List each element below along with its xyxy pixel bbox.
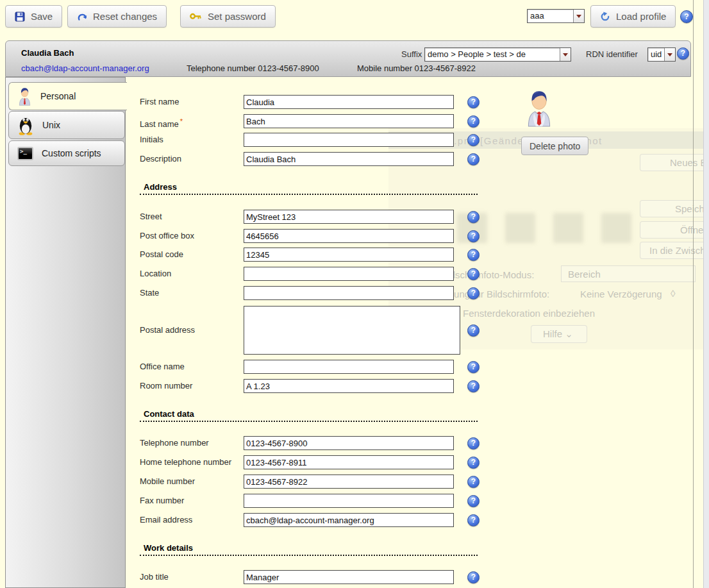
initials-label: Initials bbox=[140, 133, 163, 147]
chevron-down-icon bbox=[560, 48, 571, 61]
form-row: Office name ? bbox=[0, 360, 487, 374]
lam-account-edit-page: Save Reset changes Set password aaa Load… bbox=[0, 0, 709, 588]
form-row: Room number ? bbox=[0, 379, 487, 393]
scrollbar[interactable] bbox=[703, 0, 709, 588]
description-label: Description bbox=[140, 152, 181, 166]
form-row: State ? bbox=[0, 286, 487, 300]
help-icon[interactable]: ? bbox=[467, 153, 480, 165]
delete-photo-button[interactable]: Delete photo bbox=[521, 137, 588, 155]
help-icon[interactable]: ? bbox=[467, 457, 480, 469]
help-icon[interactable]: ? bbox=[467, 287, 480, 299]
help-icon[interactable]: ? bbox=[680, 10, 693, 23]
home-telephone-number-label: Home telephone number bbox=[140, 455, 231, 469]
rdn-select-value: uid bbox=[648, 48, 664, 61]
ghost-button: Neues Bil bbox=[640, 154, 709, 171]
office-name-input[interactable] bbox=[244, 360, 454, 374]
form-row: Email address ? bbox=[0, 513, 487, 527]
help-icon[interactable]: ? bbox=[677, 47, 689, 60]
tab-custom-scripts[interactable]: >_ Custom scripts bbox=[8, 140, 125, 166]
account-name: Claudia Bach bbox=[21, 48, 74, 58]
delete-photo-label: Delete photo bbox=[530, 141, 580, 151]
floppy-disk-icon bbox=[15, 12, 25, 22]
form-row: Postal code ? bbox=[0, 248, 487, 262]
help-icon[interactable]: ? bbox=[467, 324, 480, 337]
form-row: Job title ? bbox=[0, 570, 487, 584]
chevron-down-icon bbox=[664, 48, 675, 61]
account-telephone: Telephone number 0123-4567-8900 bbox=[187, 63, 319, 73]
fax-number-label: Fax number bbox=[140, 494, 184, 508]
rdn-select[interactable]: uid bbox=[647, 47, 676, 62]
help-icon[interactable]: ? bbox=[467, 571, 480, 584]
state-input[interactable] bbox=[244, 286, 454, 300]
help-icon[interactable]: ? bbox=[467, 476, 480, 488]
window-edge-line bbox=[693, 0, 694, 588]
key-icon bbox=[190, 12, 202, 21]
ghost-button: In die Zwischen bbox=[640, 242, 709, 259]
street-input[interactable] bbox=[244, 210, 454, 224]
post-office-box-input[interactable] bbox=[244, 229, 454, 243]
ghost-mode-value: Bereich bbox=[561, 265, 696, 282]
user-photo bbox=[524, 88, 554, 130]
reset-changes-button[interactable]: Reset changes bbox=[67, 5, 167, 28]
help-icon[interactable]: ? bbox=[467, 268, 480, 280]
help-icon[interactable]: ? bbox=[467, 211, 480, 223]
profile-select-value: aaa bbox=[528, 10, 573, 22]
help-icon[interactable]: ? bbox=[467, 249, 480, 261]
required-asterisk: * bbox=[180, 117, 183, 125]
suffix-select[interactable]: demo > People > test > de bbox=[424, 47, 571, 62]
first-name-input[interactable] bbox=[244, 95, 454, 109]
reset-changes-button-label: Reset changes bbox=[93, 11, 157, 22]
help-icon[interactable]: ? bbox=[467, 495, 480, 507]
home-telephone-number-input[interactable] bbox=[244, 455, 454, 469]
tab-unix[interactable]: Unix bbox=[8, 111, 125, 139]
help-icon[interactable]: ? bbox=[467, 361, 480, 373]
room-number-label: Room number bbox=[140, 379, 192, 393]
help-icon[interactable]: ? bbox=[467, 115, 480, 128]
form-row: Postal address ? bbox=[0, 306, 487, 354]
reload-icon bbox=[600, 12, 610, 22]
load-profile-button[interactable]: Load profile bbox=[590, 5, 676, 28]
email-address-label: Email address bbox=[140, 513, 192, 527]
tux-penguin-icon bbox=[17, 115, 34, 135]
ghost-spinner-icon: ◊ bbox=[671, 288, 675, 299]
initials-input[interactable] bbox=[244, 133, 454, 147]
room-number-input[interactable] bbox=[244, 379, 454, 393]
mobile-number-input[interactable] bbox=[244, 475, 454, 489]
tab-custom-scripts-label: Custom scripts bbox=[42, 148, 101, 158]
location-label: Location bbox=[140, 267, 171, 281]
help-icon[interactable]: ? bbox=[467, 437, 480, 449]
postal-address-label: Postal address bbox=[140, 323, 195, 337]
postal-code-input[interactable] bbox=[244, 248, 454, 262]
help-icon[interactable]: ? bbox=[467, 230, 480, 242]
telephone-number-input[interactable] bbox=[244, 436, 454, 450]
help-icon[interactable]: ? bbox=[467, 514, 480, 526]
suffix-label: Suffix bbox=[401, 49, 422, 59]
postal-address-textarea[interactable] bbox=[244, 306, 460, 355]
help-icon[interactable]: ? bbox=[467, 134, 480, 146]
set-password-button[interactable]: Set password bbox=[180, 5, 276, 28]
account-mobile: Mobile number 0123-4567-8922 bbox=[357, 63, 476, 73]
account-email-link[interactable]: cbach@ldap-account-manager.org bbox=[21, 63, 149, 73]
location-input[interactable] bbox=[244, 267, 454, 281]
help-icon[interactable]: ? bbox=[467, 380, 480, 392]
ghost-delay-value: Keine Verzögerung bbox=[580, 289, 662, 299]
first-name-label: First name bbox=[140, 95, 179, 109]
last-name-input[interactable] bbox=[244, 114, 454, 128]
set-password-button-label: Set password bbox=[208, 11, 266, 22]
description-input[interactable] bbox=[244, 152, 454, 166]
section-header-contact-data: Contact data bbox=[140, 409, 478, 422]
help-icon[interactable]: ? bbox=[467, 96, 480, 108]
job-title-input[interactable] bbox=[244, 570, 454, 584]
fax-number-input[interactable] bbox=[244, 494, 454, 508]
telephone-number-label: Telephone number bbox=[140, 436, 209, 450]
office-name-label: Office name bbox=[140, 360, 185, 374]
tab-personal-label: Personal bbox=[40, 91, 76, 101]
email-address-input[interactable] bbox=[244, 513, 454, 527]
save-button[interactable]: Save bbox=[5, 5, 62, 28]
ghost-button: Speicher bbox=[640, 200, 709, 217]
tab-personal[interactable]: Personal bbox=[8, 82, 127, 110]
rdn-identifier-label: RDN identifier bbox=[586, 49, 638, 59]
form-row: Street ? bbox=[0, 210, 487, 224]
profile-select[interactable]: aaa bbox=[527, 9, 585, 23]
load-profile-button-label: Load profile bbox=[616, 11, 666, 22]
